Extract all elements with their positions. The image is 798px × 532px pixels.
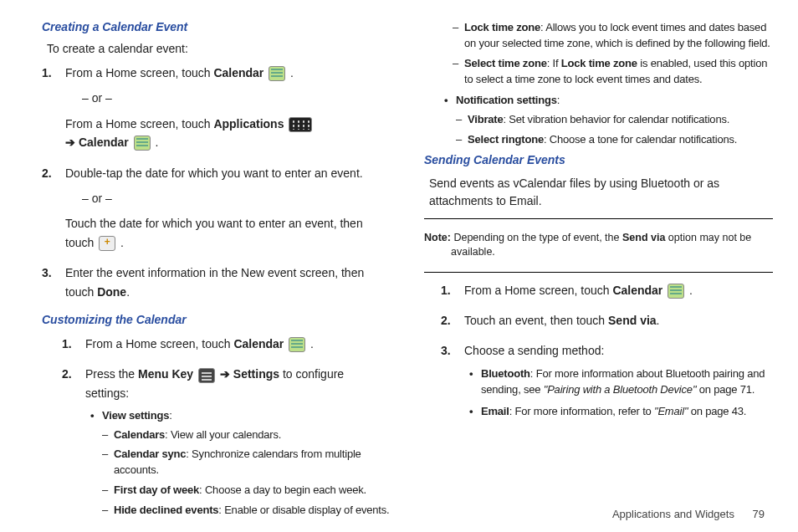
- list-item: Vibrate: Set vibration behavior for cale…: [468, 112, 773, 128]
- menu-key-icon: [198, 368, 215, 383]
- calendar-icon: [134, 136, 151, 151]
- page-footer: Applications and Widgets 79: [612, 508, 765, 520]
- step-text: Choose a sending method:: [464, 344, 604, 357]
- step-text: Touch an event, then touch Send via.: [464, 314, 660, 327]
- or-divider: – or –: [82, 189, 391, 207]
- continued-dash-list: Lock time zone: Allows you to lock event…: [424, 20, 773, 87]
- applications-icon: [289, 117, 312, 132]
- customize-steps: 1. From a Home screen, touch Calendar . …: [42, 335, 391, 519]
- list-item: First day of week: Choose a day to begin…: [114, 483, 391, 499]
- notification-settings-item: Notification settings: Vibrate: Set vibr…: [456, 92, 773, 147]
- settings-group: View settings: Calendars: View all your …: [85, 407, 391, 519]
- customize-step-1: 1. From a Home screen, touch Calendar .: [85, 335, 391, 353]
- step-text: From a Home screen, touch Calendar .: [85, 337, 314, 350]
- view-settings-list: Calendars: View all your calendars. Cale…: [102, 427, 391, 519]
- step-text-alt: Touch the date for which you want to ent…: [65, 214, 391, 252]
- calendar-icon: [269, 66, 285, 81]
- notification-settings-list: Vibrate: Set vibration behavior for cale…: [456, 112, 773, 148]
- footer-section: Applications and Widgets: [612, 508, 734, 520]
- page-number: 79: [753, 508, 765, 520]
- step-text-alt: From a Home screen, touch Applications ➔…: [65, 115, 391, 152]
- calendar-icon: [289, 337, 305, 352]
- step-number: 1.: [42, 64, 52, 82]
- calendar-icon: [668, 284, 684, 299]
- list-item: Select time zone: If Lock time zone is e…: [464, 56, 773, 88]
- create-step-2: 2. Double-tap the date for which you wan…: [65, 164, 391, 253]
- step-number: 1.: [441, 281, 451, 299]
- list-item: Calendar sync: Synchronize calendars fro…: [114, 447, 391, 478]
- list-item: Lock time zone: Allows you to lock event…: [464, 20, 773, 52]
- step-number: 3.: [42, 263, 52, 282]
- step-number: 2.: [42, 164, 52, 182]
- send-step-3: 3. Choose a sending method: Bluetooth: F…: [464, 341, 773, 419]
- send-steps: 1. From a Home screen, touch Calendar . …: [424, 281, 773, 420]
- step-text: From a Home screen, touch Calendar .: [65, 66, 294, 79]
- divider: [424, 218, 773, 219]
- send-step-2: 2. Touch an event, then touch Send via.: [464, 311, 773, 330]
- view-settings-item: View settings: Calendars: View all your …: [102, 407, 391, 519]
- step-number: 1.: [62, 335, 72, 353]
- list-item: Hide declined events: Enable or disable …: [114, 503, 391, 519]
- step-number: 3.: [441, 341, 451, 360]
- heading-customize: Customizing the Calendar: [42, 313, 391, 326]
- intro-send: Send events as vCalendar files by using …: [429, 175, 773, 210]
- intro-create: To create a calendar event:: [47, 42, 391, 55]
- send-step-1: 1. From a Home screen, touch Calendar .: [464, 281, 773, 299]
- create-step-1: 1. From a Home screen, touch Calendar . …: [65, 64, 391, 152]
- or-divider: – or –: [82, 89, 391, 107]
- heading-send-events: Sending Calendar Events: [424, 153, 773, 166]
- method-email: Email: For more information, refer to "E…: [481, 403, 773, 420]
- heading-create-event: Creating a Calendar Event: [42, 20, 391, 33]
- left-column: Creating a Calendar Event To create a ca…: [42, 17, 391, 530]
- step-text: Double-tap the date for which you want t…: [65, 166, 363, 180]
- settings-group: Notification settings: Vibrate: Set vibr…: [424, 92, 773, 147]
- list-item: Calendars: View all your calendars.: [114, 427, 391, 443]
- customize-step-2: 2. Press the Menu Key ➔ Settings to conf…: [85, 365, 391, 519]
- send-methods: Bluetooth: For more information about Bl…: [464, 366, 773, 420]
- plus-icon: [99, 236, 115, 251]
- step-number: 2.: [441, 311, 451, 330]
- step-text: Enter the event information in the New e…: [65, 266, 364, 298]
- right-column: Lock time zone: Allows you to lock event…: [424, 17, 773, 530]
- list-item: Select ringtone: Choose a tone for calen…: [468, 132, 773, 148]
- step-text: Press the Menu Key ➔ Settings to configu…: [85, 367, 344, 399]
- divider: [424, 272, 773, 273]
- note-block: Note: Depending on the type of event, th…: [424, 228, 773, 263]
- create-steps: 1. From a Home screen, touch Calendar . …: [42, 64, 391, 301]
- step-text: From a Home screen, touch Calendar .: [464, 284, 693, 297]
- step-number: 2.: [62, 365, 72, 383]
- create-step-3: 3. Enter the event information in the Ne…: [65, 263, 391, 301]
- method-bluetooth: Bluetooth: For more information about Bl…: [481, 366, 773, 398]
